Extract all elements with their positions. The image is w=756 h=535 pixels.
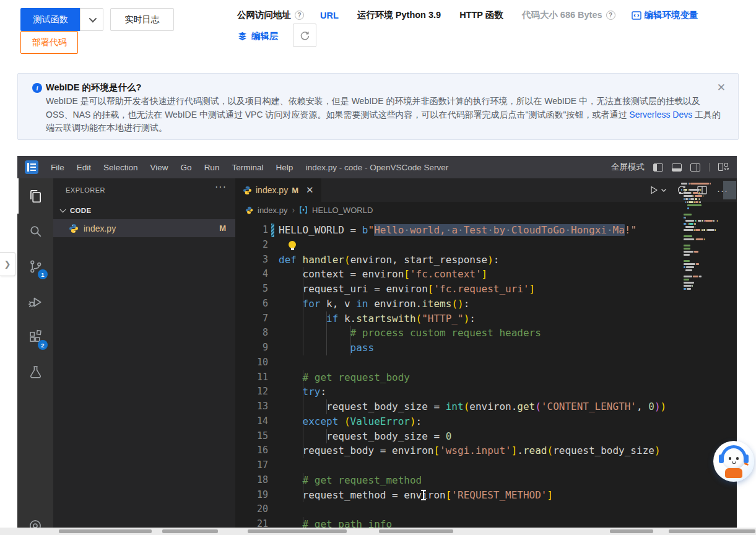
code-line[interactable]: 20 <box>235 502 737 517</box>
toggle-panel-icon[interactable] <box>672 163 682 172</box>
run-debug-activity-button[interactable] <box>17 284 53 320</box>
edit-layer-row: 编辑层 <box>237 30 279 42</box>
extensions-activity-button[interactable]: 2 <box>17 320 53 355</box>
beaker-icon <box>28 365 43 380</box>
code-line[interactable]: 3def handler(environ, start_response): <box>235 253 737 268</box>
code-line[interactable]: 1HELLO_WORLD = b"Hello·world,·a·Test·by·… <box>235 223 737 238</box>
line-number: 15 <box>235 429 268 444</box>
code-line[interactable]: 7 if k.startswith("HTTP_"): <box>235 311 737 326</box>
scm-badge: 1 <box>38 269 48 279</box>
menu-go[interactable]: Go <box>175 163 198 172</box>
banner-close-icon[interactable]: ✕ <box>717 81 726 94</box>
editor-group: index.py M ✕ ··· <box>235 178 737 528</box>
serverless-devs-link[interactable]: Serverless Devs <box>629 110 692 120</box>
code-line[interactable]: 13 request_body_size = int(environ.get('… <box>235 399 737 414</box>
code-editor[interactable]: 1HELLO_WORLD = b"Hello·world,·a·Test·by·… <box>235 218 737 528</box>
source-control-activity-button[interactable]: 1 <box>17 249 53 284</box>
code-line[interactable]: 9 pass <box>235 341 737 355</box>
line-number: 8 <box>235 326 268 341</box>
code-line[interactable]: 14 except (ValueError): <box>235 414 737 429</box>
code-line[interactable]: 6 for k, v in environ.items(): <box>235 297 737 311</box>
line-number: 16 <box>235 443 268 458</box>
clipped-bottom-strip <box>0 528 756 535</box>
chevron-right-icon: › <box>292 205 295 215</box>
deploy-code-button[interactable]: 部署代码 <box>20 31 78 54</box>
line-number: 21 <box>235 517 268 528</box>
code-line[interactable]: 11 # get request_body <box>235 370 737 385</box>
line-number: 4 <box>235 267 268 282</box>
breadcrumb-symbol[interactable]: HELLO_WORLD <box>312 206 373 215</box>
tab-bar: index.py M ✕ ··· <box>235 178 737 202</box>
explorer-more-actions-icon[interactable]: ··· <box>215 181 227 193</box>
code-line[interactable]: 4 context = environ['fc.context'] <box>235 267 737 282</box>
activity-bar: 1 2 <box>17 178 53 528</box>
menu-help[interactable]: Help <box>269 163 299 172</box>
fullscreen-label[interactable]: 全屏模式 <box>611 162 645 173</box>
lightbulb-icon[interactable] <box>289 241 296 248</box>
line-number: 5 <box>235 282 268 297</box>
code-line[interactable]: 15 request_body_size = 0 <box>235 429 737 444</box>
help-icon[interactable]: ? <box>606 11 615 20</box>
line-number: 18 <box>235 473 268 488</box>
code-line[interactable]: 12 try: <box>235 385 737 399</box>
tab-close-icon[interactable]: ✕ <box>306 185 314 196</box>
code-size-label: 代码大小 686 Bytes <box>522 9 602 21</box>
search-activity-button[interactable] <box>17 214 53 249</box>
menu-file[interactable]: File <box>45 163 71 172</box>
menu-view[interactable]: View <box>144 163 175 172</box>
explorer-file-indexpy[interactable]: index.py M <box>53 219 235 237</box>
toggle-secondary-sidebar-icon[interactable] <box>690 163 700 172</box>
explorer-section-code[interactable]: CODE <box>53 203 235 218</box>
files-icon <box>27 188 43 204</box>
line-number: 6 <box>235 297 268 311</box>
edit-layer-link[interactable]: 编辑层 <box>237 30 279 42</box>
customer-service-mascot-button[interactable] <box>713 441 754 482</box>
banner-title: WebIDE 的环境是什么? <box>46 82 141 94</box>
manage-gear-icon[interactable] <box>27 518 43 528</box>
refresh-icon <box>300 30 310 41</box>
code-line[interactable]: 2 <box>235 238 737 253</box>
help-icon[interactable]: ? <box>295 11 304 20</box>
tab-modified-badge: M <box>292 186 298 195</box>
toggle-sidebar-icon[interactable] <box>653 163 663 172</box>
test-function-dropdown-button[interactable] <box>80 8 103 31</box>
run-icon <box>649 185 659 195</box>
customize-layout-icon[interactable] <box>718 163 728 172</box>
extensions-badge: 2 <box>38 340 48 350</box>
breadcrumb-file[interactable]: index.py <box>258 206 287 215</box>
code-line[interactable]: 21 # get path info <box>235 517 737 528</box>
info-icon: i <box>32 83 42 93</box>
code-line[interactable]: 17 <box>235 458 737 473</box>
code-line[interactable]: 16 request_body = environ['wsgi.input'].… <box>235 443 737 458</box>
testing-activity-button[interactable] <box>17 355 53 390</box>
panel-expander-button[interactable]: ❯ <box>0 252 15 276</box>
symbol-variable-icon <box>299 206 308 214</box>
run-python-file-button[interactable] <box>649 185 667 195</box>
chevron-down-icon <box>661 188 667 193</box>
code-line[interactable]: 19 request_method = environ['REQUEST_MET… <box>235 488 737 503</box>
menu-run[interactable]: Run <box>198 163 226 172</box>
realtime-log-button[interactable]: 实时日志 <box>110 8 174 31</box>
divider <box>709 163 710 172</box>
line-number: 1 <box>235 223 268 238</box>
refresh-button[interactable] <box>293 24 316 47</box>
minimap-slider[interactable] <box>723 181 736 199</box>
section-label: CODE <box>70 207 91 214</box>
line-number: 9 <box>235 341 268 355</box>
edit-env-vars-link[interactable]: 编辑环境变量 <box>632 9 698 21</box>
webide-window: index.py - code - OpenVSCode Server File… <box>17 156 737 528</box>
line-number: 13 <box>235 399 268 414</box>
code-line[interactable]: 5 request_uri = environ['fc.request_uri'… <box>235 282 737 297</box>
tab-indexpy[interactable]: index.py M ✕ <box>235 178 321 202</box>
menu-edit[interactable]: Edit <box>71 163 97 172</box>
menu-terminal[interactable]: Terminal <box>225 163 269 172</box>
menu-selection[interactable]: Selection <box>97 163 144 172</box>
explorer-activity-button[interactable] <box>17 178 53 214</box>
chevron-down-icon <box>89 15 97 23</box>
code-line[interactable]: 8 # process custom request headers <box>235 326 737 341</box>
url-link[interactable]: URL <box>320 11 339 20</box>
test-function-button[interactable]: 测试函数 <box>20 8 80 31</box>
code-line[interactable]: 18 # get request_method <box>235 473 737 488</box>
code-line[interactable]: 10 <box>235 355 737 370</box>
minimap[interactable] <box>681 182 721 290</box>
